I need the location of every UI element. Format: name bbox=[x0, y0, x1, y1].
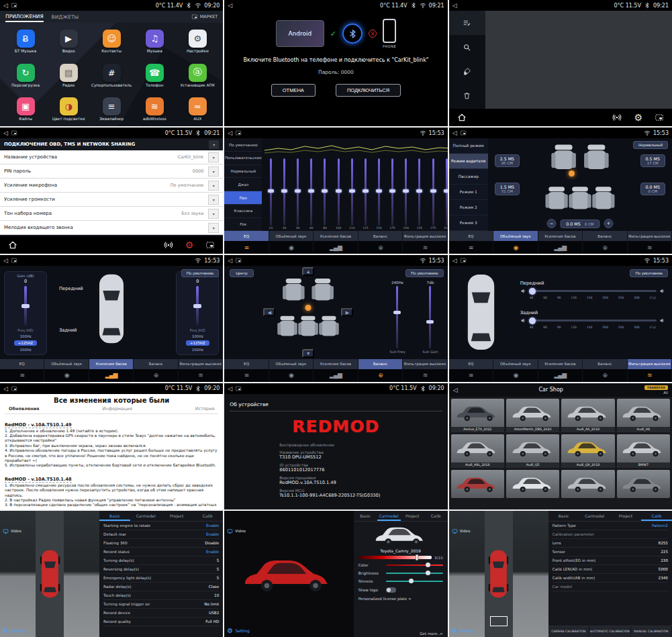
dropdown-caret-icon[interactable]: ▾ bbox=[208, 181, 219, 191]
bass-freq-option[interactable]: 100Hz bbox=[15, 334, 35, 339]
plus-button[interactable]: + bbox=[604, 219, 613, 228]
balance-position-dot[interactable] bbox=[305, 305, 311, 311]
eq-band[interactable]: 110 bbox=[346, 158, 358, 230]
eq-preset[interactable]: Рок bbox=[224, 218, 262, 232]
eq-slider-track[interactable] bbox=[310, 158, 312, 226]
settings-row[interactable]: Мелодия входящего звонка▾ bbox=[0, 221, 223, 235]
audio-tab-4[interactable]: Фильтрация высоких≋ bbox=[403, 231, 447, 254]
scale-tick[interactable]: 150 bbox=[587, 296, 593, 299]
eq-band[interactable]: 315 bbox=[440, 158, 448, 230]
car-card[interactable]: Audi_Q8_2018 bbox=[561, 434, 614, 468]
avm-tab-1[interactable]: Carmodel bbox=[579, 511, 610, 521]
eq-band[interactable]: 200 bbox=[400, 158, 412, 230]
settings-row[interactable]: Calib width(AB in mm)2340 bbox=[553, 574, 668, 583]
default-button[interactable]: По умолчанию bbox=[181, 269, 220, 277]
car-card[interactable]: BMW7 bbox=[617, 434, 670, 468]
scale-tick[interactable]: 120 bbox=[571, 326, 577, 329]
audio-tab-0[interactable]: EQ≡ bbox=[0, 359, 44, 382]
app-item[interactable]: ↻Перезагрузка bbox=[4, 59, 47, 91]
eq-slider-track[interactable] bbox=[418, 158, 420, 226]
gain-slider[interactable] bbox=[196, 286, 199, 325]
avm-tab-3[interactable]: Calib bbox=[641, 511, 672, 521]
gear-icon[interactable]: ⚙ bbox=[185, 240, 194, 250]
car-card[interactable] bbox=[451, 470, 504, 498]
default-button[interactable]: По умолчанию bbox=[630, 269, 668, 277]
scale-tick[interactable]: 200 bbox=[602, 326, 608, 329]
eq-slider-handle[interactable] bbox=[308, 189, 314, 193]
audio-tab-0[interactable]: EQ≡ bbox=[224, 231, 269, 254]
gain-slider-handle[interactable] bbox=[193, 304, 201, 308]
scale-tick[interactable]: 90 bbox=[557, 326, 561, 329]
surround-mode[interactable]: Пассажир bbox=[449, 169, 488, 185]
color-strength-slider[interactable] bbox=[386, 565, 443, 566]
rear-filter-slider[interactable] bbox=[529, 320, 657, 322]
audio-tab-0[interactable]: EQ≡ bbox=[224, 359, 269, 382]
car-card[interactable]: Audi_A8L_2018 bbox=[451, 434, 504, 468]
audio-tab-3[interactable]: Баланс⊕ bbox=[583, 359, 627, 382]
dropdown-caret-icon[interactable]: ▾ bbox=[208, 152, 219, 162]
eq-slider-track[interactable] bbox=[446, 158, 448, 226]
settings-row[interactable]: Radar delay(s)Close bbox=[103, 583, 219, 591]
app-item[interactable]: ⚙Настройки bbox=[176, 26, 219, 57]
settings-row[interactable]: Record qualityFull HD bbox=[103, 618, 219, 626]
eq-slider-track[interactable] bbox=[270, 158, 272, 226]
gain-slider[interactable] bbox=[24, 286, 27, 325]
home-icon[interactable] bbox=[8, 240, 17, 250]
back-icon[interactable]: ◁ bbox=[228, 2, 232, 9]
slider-knob[interactable] bbox=[426, 571, 430, 575]
avm-tab-2[interactable]: Project bbox=[161, 511, 192, 521]
scale-tick[interactable]: 40 bbox=[530, 326, 534, 329]
car-card[interactable] bbox=[506, 470, 559, 498]
settings-row[interactable]: Pattern TypePattern2 bbox=[553, 522, 668, 530]
sidebar-item-trash[interactable] bbox=[449, 83, 485, 107]
delay-chip-front-left[interactable]: 2.5 MS 85 CM bbox=[495, 154, 520, 167]
settings-row[interactable]: Усиление громкости▾ bbox=[0, 193, 223, 207]
color-slider[interactable] bbox=[358, 556, 432, 559]
car-card[interactable]: Audi_Q5 bbox=[506, 434, 559, 468]
eq-slider-handle[interactable] bbox=[376, 189, 382, 193]
back-icon[interactable]: ◁ bbox=[3, 257, 8, 264]
audio-tab-2[interactable]: Усиление басов▂▄▆ bbox=[314, 231, 358, 254]
sidebar-item-brush[interactable] bbox=[449, 59, 485, 83]
eq-band[interactable]: 275 bbox=[427, 158, 439, 230]
setting-tag[interactable]: ⚙ Setting bbox=[3, 628, 25, 634]
audio-tab-4[interactable]: Фильтрация высоких≋ bbox=[628, 231, 672, 254]
back-icon[interactable]: ◁ bbox=[452, 130, 457, 136]
settings-row[interactable]: Turning delay(s)5 bbox=[103, 556, 219, 565]
scale-tick[interactable]: 60 bbox=[543, 326, 547, 329]
center-button[interactable]: Центр bbox=[230, 269, 253, 277]
eq-slider-track[interactable] bbox=[351, 158, 353, 226]
settings-row[interactable]: Turning signal trigger onNo limit bbox=[103, 600, 219, 609]
eq-slider-track[interactable] bbox=[405, 158, 407, 226]
slider-knob[interactable] bbox=[409, 579, 414, 583]
surround-mode[interactable]: Полный режим bbox=[449, 138, 488, 154]
back-icon[interactable]: ◁ bbox=[3, 385, 8, 392]
audio-tab-1[interactable]: Объёмный звук◉ bbox=[493, 359, 538, 382]
settings-row[interactable]: Starting engine to rotateEnable bbox=[103, 522, 219, 530]
eq-preset[interactable]: Пользовательские bbox=[224, 152, 262, 165]
eq-slider-track[interactable] bbox=[365, 158, 367, 226]
app-item[interactable]: ♫Музыка bbox=[133, 26, 176, 57]
changelog-tab[interactable]: История bbox=[195, 406, 214, 411]
app-item[interactable]: ≋adbWireless bbox=[133, 93, 176, 125]
default-button[interactable]: По умолчанию bbox=[405, 269, 444, 277]
car-card[interactable]: Aeolus_E70_2022 bbox=[451, 399, 504, 432]
dropdown-caret-icon[interactable]: ▾ bbox=[208, 166, 219, 177]
back-icon[interactable]: ◁ bbox=[228, 257, 232, 264]
app-item[interactable]: ⓐУстановщик АПК bbox=[176, 59, 219, 91]
cancel-button[interactable]: ОТМЕНА bbox=[271, 84, 316, 97]
audio-tab-1[interactable]: Объёмный звук◉ bbox=[269, 359, 314, 382]
audio-tab-1[interactable]: Объёмный звук◉ bbox=[269, 231, 314, 254]
avm-tab-0[interactable]: Basic bbox=[99, 511, 130, 521]
app-item[interactable]: ≈AUX bbox=[176, 93, 219, 125]
video-tag[interactable]: Video bbox=[452, 528, 471, 534]
avm-tab-3[interactable]: Calib bbox=[192, 511, 223, 521]
calibration-button[interactable]: AUTOMATIC CALIBRATION bbox=[589, 626, 630, 637]
app-item[interactable]: ▶Видео bbox=[47, 26, 90, 57]
arrow-up-button[interactable]: ▲ bbox=[302, 267, 314, 276]
settings-row[interactable]: Тон набора номераБез звука▾ bbox=[0, 207, 223, 221]
audio-tab-4[interactable]: Фильтрация высоких≋ bbox=[403, 359, 447, 382]
audio-tab-2[interactable]: Усиление басов▂▄▆ bbox=[314, 359, 358, 382]
delay-chip-rear-left[interactable]: 1.5 MS 51 CM bbox=[495, 183, 520, 195]
calibration-button[interactable]: MANUAL CALIBRATION bbox=[631, 626, 672, 637]
